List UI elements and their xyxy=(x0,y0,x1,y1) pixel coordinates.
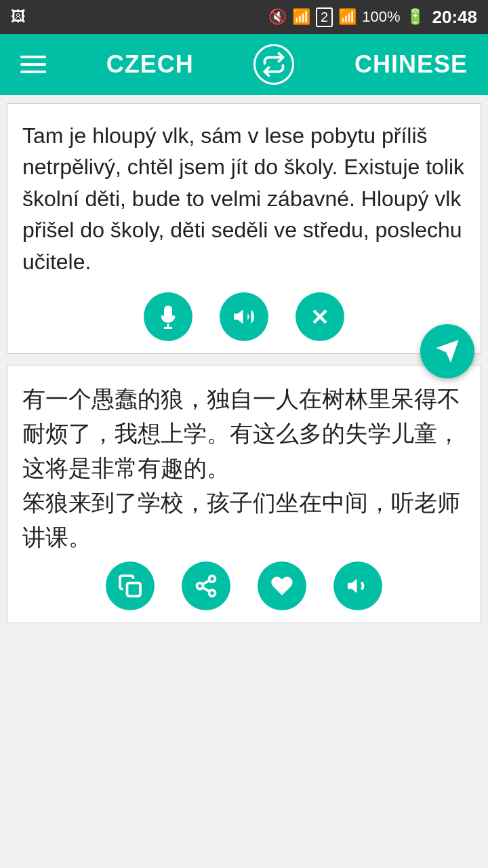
target-language-label[interactable]: CHINESE xyxy=(354,50,468,79)
svg-marker-2 xyxy=(234,310,243,324)
source-text-panel: Tam je hloupý vlk, sám v lese pobytu pří… xyxy=(7,103,481,354)
source-text: Tam je hloupý vlk, sám v lese pobytu pří… xyxy=(22,120,466,277)
microphone-button[interactable] xyxy=(144,292,192,341)
target-text: 有一个愚蠢的狼，独自一人在树林里呆得不耐烦了，我想上学。有这么多的失学儿童，这将… xyxy=(22,382,466,555)
source-controls xyxy=(7,292,481,341)
source-language-label[interactable]: CZECH xyxy=(106,50,194,79)
status-bar-right: 🔇 📶 2 📶 100% 🔋 20:48 xyxy=(268,7,477,28)
sim-badge: 2 xyxy=(316,7,333,27)
svg-rect-7 xyxy=(127,583,141,597)
svg-point-10 xyxy=(209,590,216,596)
main-content: Tam je hloupý vlk, sám v lese pobytu pří… xyxy=(0,103,488,623)
svg-marker-13 xyxy=(348,579,357,593)
status-bar-left: 🖼 xyxy=(11,8,26,26)
copy-button[interactable] xyxy=(106,561,155,610)
signal-icon: 📶 xyxy=(338,8,357,26)
source-panel-wrapper: Tam je hloupý vlk, sám v lese pobytu pří… xyxy=(0,103,488,354)
hamburger-menu[interactable] xyxy=(20,56,46,73)
clear-button[interactable] xyxy=(296,292,344,341)
send-translate-button[interactable] xyxy=(420,324,474,378)
mute-icon: 🔇 xyxy=(268,8,287,26)
share-button[interactable] xyxy=(182,561,230,610)
svg-line-11 xyxy=(203,587,209,591)
battery-icon: 🔋 xyxy=(406,8,424,26)
svg-point-8 xyxy=(209,576,216,582)
target-text-panel: 有一个愚蠢的狼，独自一人在树林里呆得不耐烦了，我想上学。有这么多的失学儿童，这将… xyxy=(7,365,481,623)
target-controls xyxy=(7,561,481,610)
swap-languages-button[interactable] xyxy=(253,44,294,85)
speaker-button[interactable] xyxy=(220,292,268,341)
svg-point-9 xyxy=(197,583,203,589)
battery-text: 100% xyxy=(362,8,400,26)
play-audio-button[interactable] xyxy=(333,561,382,610)
favorite-button[interactable] xyxy=(258,561,306,610)
wifi-icon: 📶 xyxy=(292,8,310,26)
target-panel-wrapper: 有一个愚蠢的狼，独自一人在树林里呆得不耐烦了，我想上学。有这么多的失学儿童，这将… xyxy=(0,365,488,623)
time: 20:48 xyxy=(432,7,478,28)
photo-icon: 🖼 xyxy=(11,8,26,26)
status-bar: 🖼 🔇 📶 2 📶 100% 🔋 20:48 xyxy=(0,0,488,34)
svg-marker-6 xyxy=(436,340,458,362)
nav-bar: CZECH CHINESE xyxy=(0,34,488,95)
svg-line-12 xyxy=(203,580,209,585)
